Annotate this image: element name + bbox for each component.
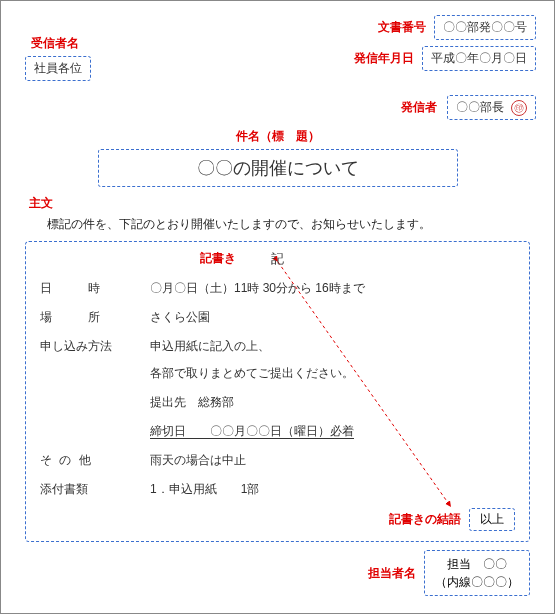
person-line1: 担当 〇〇 <box>447 557 507 571</box>
subject-label: 件名（標 題） <box>19 128 536 145</box>
sender-text: 〇〇部長 <box>456 100 504 114</box>
apply-label: 申し込み方法 <box>40 338 150 440</box>
apply-line2: 各部で取りまとめてご提出ください。 <box>150 365 515 382</box>
apply-sub1: 提出先 総務部 <box>150 394 515 411</box>
person-line2: （内線〇〇〇） <box>435 575 519 589</box>
details-table: 日 時 〇月〇日（土）11時 30分から 16時まで 場 所 さくら公園 申し込… <box>40 280 515 498</box>
closing-label: 記書きの結語 <box>389 511 461 528</box>
sender-field[interactable]: 〇〇部長 ㊞ <box>447 95 536 120</box>
datetime-value: 〇月〇日（土）11時 30分から 16時まで <box>150 280 515 297</box>
document-template: 文書番号 〇〇部発〇〇号 発信年月日 平成〇年〇月〇日 受信者名 社員各位 発信… <box>0 0 555 614</box>
apply-line1: 申込用紙に記入の上、 <box>150 338 515 355</box>
send-date-label: 発信年月日 <box>354 50 414 67</box>
datetime-label: 日 時 <box>40 280 150 297</box>
doc-number-field[interactable]: 〇〇部発〇〇号 <box>434 15 536 40</box>
other-label: そ の 他 <box>40 452 150 469</box>
main-label: 主文 <box>29 195 536 212</box>
recipient-field[interactable]: 社員各位 <box>25 56 91 81</box>
doc-number-row: 文書番号 〇〇部発〇〇号 <box>354 15 536 40</box>
closing-field[interactable]: 以上 <box>469 508 515 531</box>
ki-section: 記書き 記 日 時 〇月〇日（土）11時 30分から 16時まで 場 所 さくら… <box>25 241 530 542</box>
sender-label: 発信者 <box>401 99 437 116</box>
ki-heading: 記 <box>271 251 284 266</box>
place-label: 場 所 <box>40 309 150 326</box>
attach-label: 添付書類 <box>40 481 150 498</box>
person-field[interactable]: 担当 〇〇 （内線〇〇〇） <box>424 550 530 596</box>
send-date-field[interactable]: 平成〇年〇月〇日 <box>422 46 536 71</box>
doc-number-label: 文書番号 <box>378 19 426 36</box>
subject-field[interactable]: 〇〇の開催について <box>98 149 458 187</box>
other-value: 雨天の場合は中止 <box>150 452 515 469</box>
place-value: さくら公園 <box>150 309 515 326</box>
apply-sub2: 締切日 〇〇月〇〇日（曜日）必着 <box>150 423 515 440</box>
apply-value: 申込用紙に記入の上、 各部で取りまとめてご提出ください。 提出先 総務部 締切日… <box>150 338 515 440</box>
send-date-row: 発信年月日 平成〇年〇月〇日 <box>354 46 536 71</box>
seal-icon: ㊞ <box>511 100 527 116</box>
main-text: 標記の件を、下記のとおり開催いたしますので、お知らせいたします。 <box>47 216 526 233</box>
person-label: 担当者名 <box>368 565 416 582</box>
ki-label: 記書き <box>200 250 236 267</box>
attach-value: 1．申込用紙 1部 <box>150 481 515 498</box>
